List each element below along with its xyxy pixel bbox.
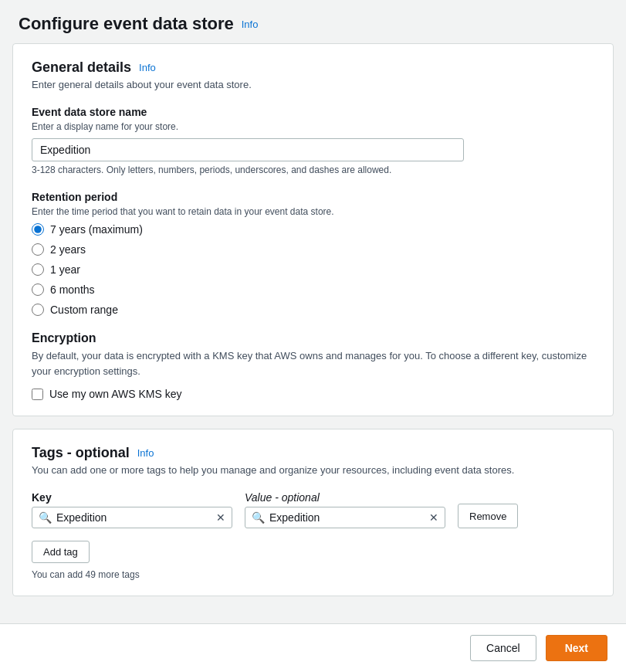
tag-value-field: Value - optional 🔍 ✕	[245, 491, 445, 528]
event-store-name-validation: 3-128 characters. Only letters, numbers,…	[32, 165, 594, 175]
radio-custom-label: Custom range	[50, 304, 118, 316]
encryption-title: Encryption	[32, 331, 594, 345]
radio-1year[interactable]: 1 year	[32, 263, 594, 276]
retention-radio-group: 7 years (maximum) 2 years 1 year 6 month…	[32, 223, 594, 316]
kms-checkbox-input[interactable]	[32, 389, 43, 400]
radio-2years-label: 2 years	[50, 243, 86, 256]
radio-6months-input[interactable]	[32, 283, 44, 296]
general-details-card: General details Info Enter general detai…	[12, 43, 614, 416]
radio-7years-input[interactable]	[32, 223, 44, 236]
tag-value-input[interactable]	[269, 511, 426, 524]
cancel-button[interactable]: Cancel	[470, 635, 536, 661]
radio-7years[interactable]: 7 years (maximum)	[32, 223, 594, 236]
tag-key-input-wrapper: 🔍 ✕	[32, 507, 232, 528]
remove-tag-button[interactable]: Remove	[458, 504, 518, 528]
event-store-name-label: Event data store name	[32, 106, 594, 118]
tag-value-label: Value - optional	[245, 491, 445, 504]
general-details-info-link[interactable]: Info	[139, 62, 156, 73]
tags-subtitle: You can add one or more tags to help you…	[32, 464, 594, 476]
tags-info-link[interactable]: Info	[137, 447, 154, 459]
tags-remaining-note: You can add 49 more tags	[32, 569, 594, 580]
kms-checkbox-label: Use my own AWS KMS key	[49, 388, 181, 400]
encryption-description: By default, your data is encrypted with …	[32, 348, 594, 378]
tags-row: Key 🔍 ✕ Value - optional 🔍 ✕	[32, 491, 594, 528]
tag-value-clear-icon[interactable]: ✕	[429, 511, 438, 524]
radio-6months-label: 6 months	[50, 283, 95, 296]
radio-6months[interactable]: 6 months	[32, 283, 594, 296]
tag-key-input[interactable]	[56, 511, 213, 524]
event-store-name-hint: Enter a display name for your store.	[32, 121, 594, 132]
general-details-title: General details Info	[32, 59, 594, 76]
tag-key-label: Key	[32, 491, 232, 504]
tag-key-field: Key 🔍 ✕	[32, 491, 232, 528]
tag-value-input-wrapper: 🔍 ✕	[245, 507, 445, 528]
general-details-subtitle: Enter general details about your event d…	[32, 79, 594, 90]
retention-period-label: Retention period	[32, 191, 594, 203]
radio-7years-label: 7 years (maximum)	[50, 223, 143, 236]
radio-2years-input[interactable]	[32, 243, 44, 256]
page-header: Configure event data store Info	[0, 0, 626, 43]
retention-period-group: Retention period Enter the time period t…	[32, 191, 594, 316]
event-store-name-group: Event data store name Enter a display na…	[32, 106, 594, 175]
page-footer: Cancel Next	[0, 623, 626, 672]
radio-2years[interactable]: 2 years	[32, 243, 594, 256]
kms-checkbox-item[interactable]: Use my own AWS KMS key	[32, 388, 594, 400]
radio-custom[interactable]: Custom range	[32, 304, 594, 316]
tag-key-clear-icon[interactable]: ✕	[216, 511, 225, 524]
page-info-link[interactable]: Info	[242, 19, 259, 30]
retention-period-hint: Enter the time period that you want to r…	[32, 206, 594, 217]
add-tag-button[interactable]: Add tag	[32, 541, 90, 563]
page-title: Configure event data store	[19, 14, 234, 34]
tags-title: Tags - optional Info	[32, 445, 594, 461]
radio-1year-input[interactable]	[32, 263, 44, 276]
radio-1year-label: 1 year	[50, 263, 80, 276]
radio-custom-input[interactable]	[32, 304, 44, 316]
tags-card: Tags - optional Info You can add one or …	[12, 429, 614, 596]
event-store-name-input[interactable]	[32, 138, 464, 161]
encryption-section: Encryption By default, your data is encr…	[32, 331, 594, 400]
tag-value-search-icon: 🔍	[252, 511, 265, 524]
next-button[interactable]: Next	[546, 635, 607, 661]
tag-value-optional: optional	[282, 491, 320, 504]
tag-key-search-icon: 🔍	[39, 511, 52, 524]
